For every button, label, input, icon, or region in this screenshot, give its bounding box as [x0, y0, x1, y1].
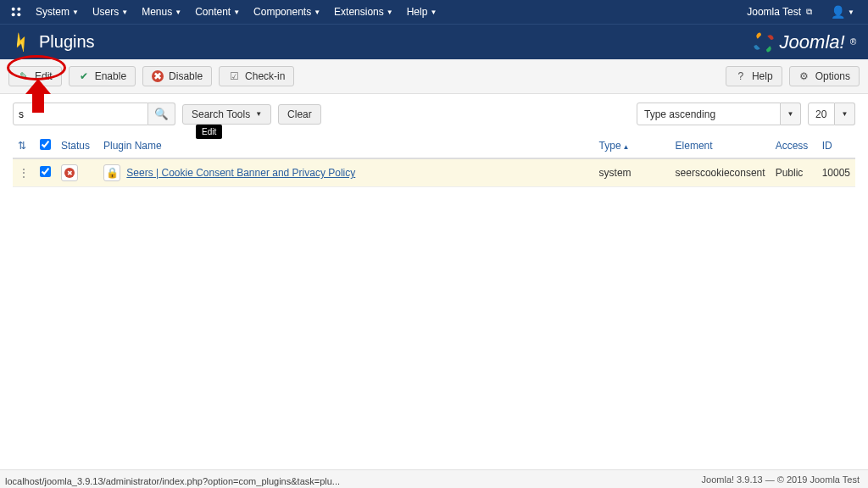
nav-label: Components — [253, 6, 311, 18]
search-button[interactable]: 🔍 — [148, 103, 175, 125]
external-link-icon: ⧉ — [806, 7, 812, 17]
search-wrap: 🔍 — [13, 103, 175, 125]
button-label: Options — [815, 70, 850, 82]
sort-updown-icon: ⇅ — [18, 140, 26, 152]
page-header: ⚡ Plugins Joomla!® — [0, 24, 868, 59]
lock-icon: 🔒 — [106, 167, 119, 179]
disable-icon: ✖ — [152, 70, 164, 82]
nav-extensions[interactable]: Extensions▼ — [329, 3, 398, 21]
joomla-logo: Joomla!® — [753, 31, 856, 53]
edit-button[interactable]: ✎Edit — [8, 66, 62, 86]
check-icon: ✔ — [78, 70, 90, 82]
nav-components[interactable]: Components▼ — [248, 3, 326, 21]
button-label: Edit — [35, 70, 53, 82]
options-button[interactable]: ⚙Options — [789, 66, 860, 86]
cell-access: Public — [771, 158, 817, 187]
edit-tooltip: Edit — [196, 125, 222, 139]
plugin-name-link[interactable]: Seers | Cookie Consent Banner and Privac… — [126, 167, 355, 179]
nav-content[interactable]: Content▼ — [190, 3, 245, 21]
toolbar: ✎Edit ✔Enable ✖Disable ☑Check-in ?Help ⚙… — [0, 59, 868, 94]
filter-bar: 🔍 Search Tools ▼ Clear Type ascending ▼ … — [0, 94, 868, 134]
button-label: Check-in — [245, 70, 285, 82]
footer-version: Joomla! 3.9.13 — © 2019 Joomla Test — [702, 474, 860, 485]
help-button[interactable]: ?Help — [726, 66, 782, 86]
th-id[interactable]: ID — [817, 134, 855, 158]
top-nav: System▼ Users▼ Menus▼ Content▼ Component… — [0, 0, 868, 24]
check-all[interactable] — [40, 139, 51, 150]
nav-menus[interactable]: Menus▼ — [136, 3, 186, 21]
button-label: Help — [752, 70, 773, 82]
nav-label: System — [36, 6, 70, 18]
caret-down-icon: ▼ — [387, 8, 393, 16]
nav-label: Menus — [142, 6, 172, 18]
joomla-logo-icon[interactable] — [8, 4, 24, 19]
order-select-value: Type ascending — [637, 103, 781, 125]
caret-down-icon: ▼ — [121, 8, 128, 16]
browser-status-bar: localhost/joomla_3.9.13/administrator/in… — [0, 474, 345, 488]
button-label: Disable — [169, 70, 203, 82]
help-icon: ? — [735, 70, 747, 82]
drag-handle-icon[interactable]: ⋮ — [18, 166, 30, 180]
edit-icon: ✎ — [18, 70, 30, 82]
nav-label: Content — [195, 6, 231, 18]
logo-text: Joomla! — [780, 31, 845, 53]
cell-type: system — [594, 158, 670, 187]
row-checkbox[interactable] — [40, 166, 51, 177]
joomla-symbol-icon — [753, 31, 775, 53]
table-row: ⋮ ✖ 🔒 Seers | Cookie Consent Banner and … — [13, 158, 855, 187]
caret-down-icon: ▼ — [430, 8, 437, 16]
page-header-left: ⚡ Plugins — [12, 32, 753, 52]
th-ordering[interactable]: ⇅ — [13, 134, 35, 158]
cell-check — [35, 158, 56, 187]
th-plugin-name[interactable]: Plugin Name — [98, 134, 594, 158]
checkin-button[interactable]: ☑Check-in — [219, 66, 294, 86]
checked-out-button[interactable]: 🔒 — [103, 164, 120, 181]
cell-element: seerscookieconsent — [670, 158, 771, 187]
top-nav-right: Joomla Test⧉ 👤▼ — [742, 2, 860, 22]
cell-status: ✖ — [56, 158, 98, 187]
limit-select[interactable]: 20 ▼ — [808, 103, 855, 125]
search-tools-button[interactable]: Search Tools ▼ — [182, 104, 271, 125]
plug-icon: ⚡ — [8, 29, 34, 55]
user-icon: 👤 — [831, 5, 845, 19]
caret-down-icon: ▼ — [781, 103, 801, 125]
checkbox-icon: ☑ — [228, 70, 240, 82]
top-nav-left: System▼ Users▼ Menus▼ Content▼ Component… — [8, 3, 742, 21]
th-element[interactable]: Element — [670, 134, 771, 158]
search-input[interactable] — [13, 103, 148, 125]
site-name: Joomla Test — [747, 6, 801, 18]
caret-down-icon: ▼ — [255, 110, 262, 118]
th-type[interactable]: Type▲ — [594, 134, 670, 158]
nav-system[interactable]: System▼ — [31, 3, 84, 21]
cell-id: 10005 — [817, 158, 855, 187]
svg-point-1 — [17, 8, 20, 11]
disable-button[interactable]: ✖Disable — [142, 66, 212, 86]
limit-select-value: 20 — [808, 103, 835, 125]
cell-order: ⋮ — [13, 158, 35, 187]
th-access[interactable]: Access — [771, 134, 817, 158]
nav-label: Help — [407, 6, 428, 18]
gear-icon: ⚙ — [798, 70, 810, 82]
caret-down-icon: ▼ — [175, 8, 181, 16]
site-preview-link[interactable]: Joomla Test⧉ — [742, 3, 817, 21]
cell-name: 🔒 Seers | Cookie Consent Banner and Priv… — [98, 158, 594, 187]
th-checkall — [35, 134, 56, 158]
search-icon: 🔍 — [154, 108, 169, 120]
caret-down-icon: ▼ — [72, 8, 79, 16]
nav-help[interactable]: Help▼ — [402, 3, 442, 21]
nav-label: Users — [92, 6, 119, 18]
user-menu[interactable]: 👤▼ — [826, 2, 860, 22]
status-toggle[interactable]: ✖ — [61, 164, 78, 181]
order-select[interactable]: Type ascending ▼ — [637, 103, 801, 125]
enable-button[interactable]: ✔Enable — [69, 66, 136, 86]
svg-point-2 — [12, 13, 15, 16]
button-label: Enable — [95, 70, 126, 82]
nav-users[interactable]: Users▼ — [87, 3, 133, 21]
caret-up-icon: ▲ — [623, 143, 630, 151]
th-status[interactable]: Status — [56, 134, 98, 158]
plugins-table: ⇅ Status Plugin Name Type▲ Element Acces… — [13, 134, 855, 187]
clear-button[interactable]: Clear — [278, 104, 321, 125]
button-label: Search Tools — [192, 108, 250, 120]
svg-point-0 — [12, 8, 15, 11]
nav-label: Extensions — [334, 6, 384, 18]
